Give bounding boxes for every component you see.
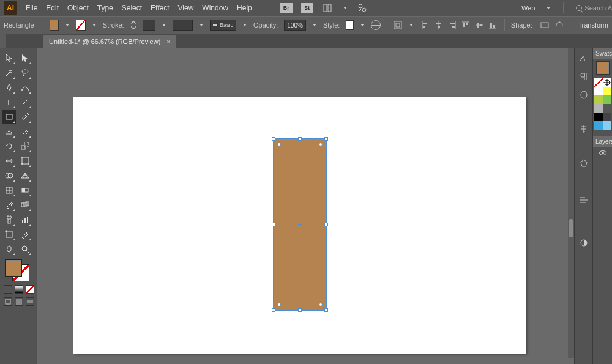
- handle-bottom-left[interactable]: [272, 308, 275, 312]
- document-tab[interactable]: Untitled-1* @ 66.67% (RGB/Preview) ×: [43, 35, 176, 48]
- canvas-area[interactable]: [37, 48, 574, 364]
- graphic-style-swatch[interactable]: [346, 20, 353, 30]
- gradient-tool[interactable]: [18, 184, 32, 197]
- shape-builder-tool[interactable]: [2, 169, 16, 182]
- menu-type[interactable]: Type: [97, 4, 113, 12]
- width-tool[interactable]: [2, 154, 16, 168]
- align-to-dropdown[interactable]: [409, 23, 414, 28]
- align-vcenter-button[interactable]: [474, 20, 485, 31]
- full-screen-button[interactable]: [15, 297, 23, 306]
- menu-object[interactable]: Object: [67, 4, 89, 12]
- center-point[interactable]: [298, 223, 302, 226]
- swatch-item[interactable]: [594, 104, 603, 113]
- free-transform-tool[interactable]: [18, 154, 32, 168]
- presentation-button[interactable]: [26, 297, 34, 306]
- mesh-tool[interactable]: [2, 184, 16, 197]
- swatch-item[interactable]: [594, 113, 603, 121]
- stroke-weight-dropdown[interactable]: [162, 23, 166, 28]
- swatch-item[interactable]: [603, 95, 611, 104]
- pathfinder-panel-icon[interactable]: [578, 158, 589, 169]
- var-width-profile[interactable]: [173, 20, 192, 31]
- layer-visibility-toggle[interactable]: [593, 147, 612, 159]
- corner-widget-tr[interactable]: [319, 143, 323, 146]
- blend-tool[interactable]: [18, 198, 32, 212]
- workspace-switcher[interactable]: Web: [521, 4, 535, 12]
- rotate-tool[interactable]: [2, 139, 16, 153]
- menu-window[interactable]: Window: [202, 4, 228, 12]
- selection-bounding-box[interactable]: [273, 138, 327, 311]
- swatch-item[interactable]: [603, 121, 611, 130]
- symbols-panel-icon[interactable]: [578, 124, 589, 135]
- handle-top-right[interactable]: [324, 137, 328, 141]
- transparency-panel-icon[interactable]: [578, 237, 589, 248]
- arrange-docs-button[interactable]: [322, 2, 334, 13]
- paintbrush-tool[interactable]: [18, 110, 32, 124]
- stroke-weight-stepper[interactable]: [130, 20, 136, 31]
- app-logo[interactable]: Ai: [4, 1, 17, 15]
- workspace-dropdown[interactable]: [546, 6, 551, 10]
- slice-tool[interactable]: [18, 228, 32, 241]
- none-mode-button[interactable]: [26, 285, 34, 294]
- style-dropdown[interactable]: [360, 23, 365, 28]
- handle-top-left[interactable]: [272, 137, 275, 141]
- scale-tool[interactable]: [18, 139, 32, 153]
- direct-selection-tool[interactable]: [18, 51, 32, 65]
- gpu-preview-button[interactable]: [356, 2, 368, 13]
- stroke-dropdown[interactable]: [92, 23, 97, 28]
- fill-dropdown[interactable]: [65, 23, 70, 28]
- transform-panel-button[interactable]: Transform: [578, 21, 608, 29]
- swatch-item[interactable]: [594, 87, 603, 95]
- stroke-color-swatch[interactable]: [76, 20, 86, 31]
- paragraph-panel-icon[interactable]: [578, 71, 589, 82]
- tab-close-button[interactable]: ×: [166, 39, 170, 45]
- current-swatch[interactable]: [596, 61, 610, 75]
- search-field[interactable]: Search A: [576, 4, 612, 12]
- perspective-grid-tool[interactable]: [18, 169, 32, 182]
- eraser-tool[interactable]: [18, 125, 32, 138]
- shape-wh-button[interactable]: [539, 20, 551, 31]
- stock-button[interactable]: St: [301, 3, 313, 13]
- swatch-item[interactable]: [603, 87, 611, 95]
- fill-stroke-indicator[interactable]: [4, 258, 31, 283]
- handle-left[interactable]: [272, 223, 275, 226]
- menu-effect[interactable]: Effect: [151, 4, 169, 12]
- fill-box[interactable]: [5, 259, 22, 277]
- gradient-mode-button[interactable]: [15, 285, 23, 294]
- line-tool[interactable]: [18, 95, 32, 109]
- menu-help[interactable]: Help: [237, 4, 252, 12]
- align-left-button[interactable]: [420, 20, 431, 31]
- opacity-dropdown[interactable]: [312, 20, 317, 31]
- brush-definition[interactable]: Basic: [210, 20, 236, 31]
- corner-widget-tl[interactable]: [277, 143, 281, 146]
- magic-wand-tool[interactable]: [2, 66, 16, 80]
- swatch-item[interactable]: [603, 104, 611, 113]
- corner-widget-br[interactable]: [319, 303, 323, 306]
- curvature-tool[interactable]: [18, 81, 32, 94]
- menu-file[interactable]: File: [26, 4, 37, 12]
- panel-collapse-strip[interactable]: [0, 34, 6, 48]
- eyedropper-tool[interactable]: [2, 198, 16, 212]
- brush-dropdown[interactable]: [242, 23, 247, 28]
- rectangle-tool[interactable]: [2, 110, 16, 124]
- arrange-dropdown[interactable]: [343, 6, 348, 10]
- selection-tool[interactable]: [2, 51, 16, 65]
- shaper-tool[interactable]: [2, 125, 16, 138]
- column-graph-tool[interactable]: [18, 213, 32, 226]
- var-width-dropdown[interactable]: [199, 23, 204, 28]
- handle-bottom[interactable]: [298, 308, 302, 312]
- align-right-button[interactable]: [447, 20, 458, 31]
- handle-right[interactable]: [324, 223, 328, 226]
- swatch-registration[interactable]: [603, 78, 611, 87]
- scrollbar-thumb[interactable]: [569, 219, 573, 237]
- stroke-weight-input[interactable]: [143, 20, 156, 31]
- color-mode-button[interactable]: [4, 285, 12, 294]
- lasso-tool[interactable]: [18, 66, 32, 80]
- align-panel-icon[interactable]: [578, 195, 589, 206]
- swatches-panel-tab[interactable]: Swatc: [593, 48, 612, 59]
- opacity-input[interactable]: 100%: [284, 20, 306, 31]
- artboard[interactable]: [73, 97, 526, 354]
- zoom-tool[interactable]: [18, 242, 32, 256]
- fill-color-swatch[interactable]: [50, 20, 59, 31]
- swatch-none[interactable]: [594, 78, 603, 87]
- align-top-button[interactable]: [460, 20, 471, 31]
